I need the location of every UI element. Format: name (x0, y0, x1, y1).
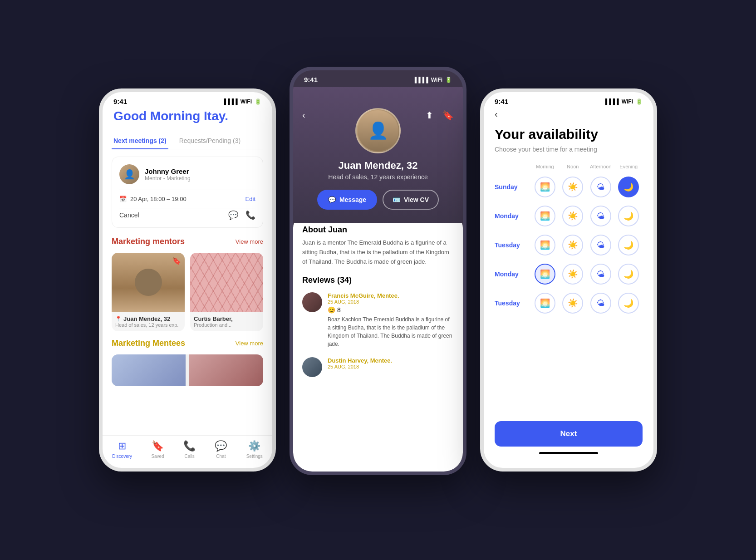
mentor-card-juan[interactable]: 🔖 📍 Juan Mendez, 32 Head of sales, 12 ye… (112, 253, 185, 331)
tuesday1-afternoon-slot[interactable]: 🌤 (590, 235, 611, 255)
monday2-morning-slot[interactable]: 🌅 (535, 264, 555, 285)
availability-content: ‹ Your availability Choose your best tim… (484, 109, 653, 414)
bookmark-icon-p2[interactable]: 🔖 (442, 110, 454, 121)
sunday-label: Sunday (495, 183, 531, 191)
mentor-name: Johnny Greer (145, 167, 191, 175)
tuesday1-noon[interactable]: ☀️ (559, 235, 587, 255)
mentor-card-curtis[interactable]: Curtis Barber, Production and... (190, 253, 263, 331)
availability-subtitle: Choose your best time for a meeting (495, 146, 643, 153)
nav-discovery[interactable]: ⊞ Discovery (112, 440, 132, 459)
monday2-morning[interactable]: 🌅 (531, 264, 559, 285)
p2-navigation: ‹ ⬆ 🔖 (293, 110, 463, 121)
monday1-noon-slot[interactable]: ☀️ (562, 206, 583, 226)
phone-icon[interactable]: 📞 (245, 210, 255, 220)
wifi-icon-3: WiFi (622, 98, 633, 105)
monday1-morning-slot[interactable]: 🌅 (535, 206, 555, 226)
monday2-noon-slot[interactable]: ☀️ (562, 264, 583, 285)
tuesday-label-2: Tuesday (495, 300, 531, 307)
monday1-evening[interactable]: 🌙 (615, 206, 643, 226)
nav-settings[interactable]: ⚙️ Settings (246, 440, 263, 459)
juan-role: Head of sales, 12 years exp. (115, 322, 181, 328)
next-button[interactable]: Next (495, 421, 643, 447)
evening-label: Evening (615, 164, 643, 169)
share-icon[interactable]: ⬆ (426, 110, 433, 121)
monday2-evening-slot[interactable]: 🌙 (618, 264, 639, 285)
monday1-evening-slot[interactable]: 🌙 (618, 206, 639, 226)
action-row: Cancel 💬 📞 (119, 208, 255, 220)
monday2-evening[interactable]: 🌙 (615, 264, 643, 285)
francis-rating: 😊 8 (328, 306, 454, 314)
settings-icon: ⚙️ (248, 440, 260, 452)
tab-requests[interactable]: Requests/Pending (3) (177, 133, 242, 149)
tuesday2-evening-slot[interactable]: 🌙 (618, 293, 639, 314)
monday1-afternoon[interactable]: 🌤 (587, 206, 615, 226)
monday1-noon[interactable]: ☀️ (559, 206, 587, 226)
mentee-thumb-2 (189, 354, 263, 386)
marketing-mentors-header: Marketing mentors View more (112, 237, 263, 246)
nav-chat[interactable]: 💬 Chat (215, 440, 227, 459)
message-button[interactable]: 💬 Message (317, 190, 377, 210)
wifi-icon: WiFi (241, 98, 252, 105)
sunday-afternoon-slot[interactable]: 🌤 (590, 177, 611, 197)
tuesday2-noon[interactable]: ☀️ (559, 293, 587, 314)
view-cv-button[interactable]: 🪪 View CV (383, 190, 439, 210)
greeting-prefix: Good Morning (113, 109, 204, 123)
tuesday2-noon-slot[interactable]: ☀️ (562, 293, 583, 314)
bookmark-icon-juan[interactable]: 🔖 (172, 256, 181, 265)
back-button-p3[interactable]: ‹ (495, 109, 643, 119)
tuesday2-morning-slot[interactable]: 🌅 (535, 293, 555, 314)
discovery-icon: ⊞ (118, 440, 126, 452)
back-icon-p2[interactable]: ‹ (302, 110, 305, 121)
nav-discovery-label: Discovery (112, 454, 132, 459)
tuesday-row-1: Tuesday 🌅 ☀️ 🌤 🌙 (495, 235, 643, 255)
tuesday1-evening[interactable]: 🌙 (615, 235, 643, 255)
profile-body: About Juan Juan is a mentor The Emerald … (293, 214, 463, 472)
tuesday2-afternoon[interactable]: 🌤 (587, 293, 615, 314)
sunday-afternoon[interactable]: 🌤 (587, 177, 615, 197)
tuesday1-noon-slot[interactable]: ☀️ (562, 235, 583, 255)
mentors-grid: 🔖 📍 Juan Mendez, 32 Head of sales, 12 ye… (112, 253, 263, 331)
signal-icon-2: ▐▐▐▐ (413, 77, 428, 83)
tuesday2-evening[interactable]: 🌙 (615, 293, 643, 314)
tuesday1-evening-slot[interactable]: 🌙 (618, 235, 639, 255)
sunday-evening-slot[interactable]: 🌙 (618, 177, 639, 197)
nav-chat-label: Chat (216, 454, 226, 459)
message-icon[interactable]: 💬 (228, 210, 238, 220)
time-3: 9:41 (495, 98, 508, 105)
tuesday2-morning[interactable]: 🌅 (531, 293, 559, 314)
mentor-row: 👤 Johnny Greer Mentor - Marketing (119, 164, 255, 190)
monday2-afternoon-slot[interactable]: 🌤 (590, 264, 611, 285)
availability-title: Your availability (495, 127, 643, 142)
time-2: 9:41 (304, 76, 318, 84)
nav-calls[interactable]: 📞 Calls (183, 440, 196, 459)
mentors-view-more[interactable]: View more (236, 238, 263, 245)
monday1-morning[interactable]: 🌅 (531, 206, 559, 226)
sunday-evening[interactable]: 🌙 (615, 177, 643, 197)
signal-icons-1: ▐▐▐▐ WiFi 🔋 (222, 98, 261, 105)
greeting-name: Itay. (204, 109, 228, 123)
tuesday1-afternoon[interactable]: 🌤 (587, 235, 615, 255)
status-bar-1: 9:41 ▐▐▐▐ WiFi 🔋 (103, 92, 272, 109)
mentees-view-more[interactable]: View more (236, 340, 263, 347)
cv-btn-label: View CV (404, 196, 429, 203)
sunday-morning-slot[interactable]: 🌅 (535, 177, 555, 197)
cancel-button[interactable]: Cancel (119, 211, 139, 219)
monday2-afternoon[interactable]: 🌤 (587, 264, 615, 285)
message-btn-icon: 💬 (328, 196, 336, 203)
tab-next-meetings[interactable]: Next meetings (2) (112, 133, 168, 149)
monday1-afternoon-slot[interactable]: 🌤 (590, 206, 611, 226)
greeting: Good Morning Itay. (112, 109, 263, 123)
nav-saved[interactable]: 🔖 Saved (151, 440, 164, 459)
sunday-noon[interactable]: ☀️ (559, 177, 587, 197)
sunday-morning[interactable]: 🌅 (531, 177, 559, 197)
tuesday1-morning[interactable]: 🌅 (531, 235, 559, 255)
tuesday2-afternoon-slot[interactable]: 🌤 (590, 293, 611, 314)
monday2-noon[interactable]: ☀️ (559, 264, 587, 285)
header-actions: ⬆ 🔖 (426, 110, 454, 121)
review-1-content: Francis McGuire, Mentee. 25 AUG, 2018 😊 … (328, 292, 454, 348)
phone-2: 9:41 ▐▐▐▐ WiFi 🔋 ‹ ⬆ 🔖 👤 (290, 67, 466, 475)
tuesday1-morning-slot[interactable]: 🌅 (535, 235, 555, 255)
edit-button[interactable]: Edit (245, 196, 255, 202)
home-indicator (539, 452, 598, 454)
sunday-noon-slot[interactable]: ☀️ (562, 177, 583, 197)
